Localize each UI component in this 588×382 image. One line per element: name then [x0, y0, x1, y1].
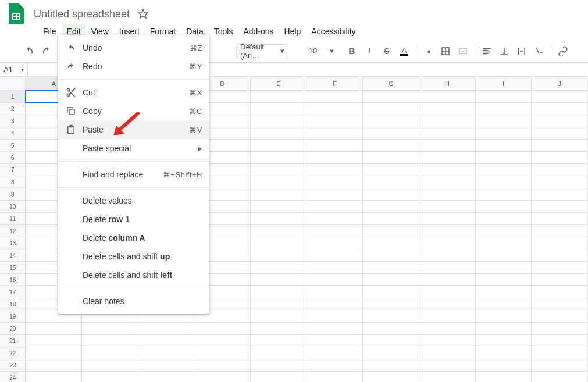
menu-item-delete-cells-and-shift-left[interactable]: Delete cells and shift left — [58, 266, 209, 284]
cell[interactable] — [363, 335, 419, 347]
cell[interactable] — [419, 335, 476, 347]
halign-icon[interactable] — [479, 43, 495, 59]
cell[interactable] — [363, 152, 419, 164]
cell[interactable] — [82, 347, 138, 359]
cell[interactable] — [251, 274, 307, 286]
cell[interactable] — [194, 347, 251, 359]
cell[interactable] — [532, 91, 588, 103]
cell[interactable] — [476, 310, 532, 323]
menu-file[interactable]: File — [38, 24, 61, 38]
row-header[interactable]: 9 — [0, 188, 26, 201]
cell[interactable] — [307, 262, 364, 274]
cell[interactable] — [363, 298, 419, 310]
row-header[interactable]: 1 — [0, 91, 26, 103]
cell[interactable] — [251, 262, 307, 274]
cell[interactable] — [476, 274, 532, 286]
cell[interactable] — [476, 152, 532, 164]
cell[interactable] — [476, 298, 532, 310]
cell[interactable] — [419, 298, 476, 310]
col-header[interactable]: F — [307, 77, 364, 91]
menu-item-find-and-replace[interactable]: Find and replace⌘+Shift+H — [58, 165, 209, 184]
cell[interactable] — [307, 103, 364, 115]
cell[interactable] — [251, 164, 307, 176]
cell[interactable] — [251, 152, 307, 164]
cell[interactable] — [476, 213, 532, 225]
borders-icon[interactable] — [437, 43, 454, 59]
menu-item-cut[interactable]: Cut⌘X — [58, 83, 209, 102]
cell[interactable] — [251, 103, 307, 115]
cell[interactable] — [307, 225, 364, 237]
row-header[interactable]: 17 — [0, 286, 26, 298]
cell[interactable] — [251, 201, 307, 213]
cell[interactable] — [82, 323, 138, 335]
col-header[interactable]: E — [251, 77, 307, 91]
cell[interactable] — [532, 115, 588, 127]
cell[interactable] — [532, 127, 588, 140]
row-header[interactable]: 6 — [0, 152, 26, 164]
cell[interactable] — [476, 249, 532, 262]
cell[interactable] — [307, 140, 364, 152]
cell[interactable] — [363, 115, 419, 127]
cell[interactable] — [82, 372, 138, 382]
row-header[interactable]: 19 — [0, 310, 26, 323]
cell[interactable] — [363, 176, 419, 188]
cell[interactable] — [476, 176, 532, 188]
cell[interactable] — [419, 115, 476, 127]
merge-icon[interactable] — [455, 43, 471, 59]
menu-item-redo[interactable]: Redo⌘Y — [58, 57, 209, 76]
cell[interactable] — [363, 103, 419, 115]
row-header[interactable]: 3 — [0, 115, 26, 127]
cell[interactable] — [363, 213, 419, 225]
cell[interactable] — [419, 262, 476, 274]
font-size-dropdown[interactable]: ▾ — [327, 43, 336, 59]
row-header[interactable]: 24 — [0, 372, 26, 382]
cell[interactable] — [307, 91, 364, 103]
cell[interactable] — [476, 347, 532, 359]
row-header[interactable]: 15 — [0, 262, 26, 274]
col-header[interactable]: G — [363, 77, 419, 91]
menu-item-delete-column-a[interactable]: Delete column A — [58, 229, 209, 247]
cell[interactable] — [307, 298, 364, 310]
cell[interactable] — [476, 103, 532, 115]
cell[interactable] — [138, 323, 195, 335]
cell[interactable] — [532, 140, 588, 152]
cell[interactable] — [138, 372, 195, 382]
cell[interactable] — [419, 152, 476, 164]
cell[interactable] — [307, 201, 364, 213]
cell[interactable] — [194, 335, 251, 347]
menu-item-paste-special[interactable]: Paste special▸ — [58, 139, 209, 158]
font-size[interactable]: 10 — [302, 47, 323, 55]
cell[interactable] — [419, 201, 476, 213]
menu-item-undo[interactable]: Undo⌘Z — [58, 38, 209, 57]
cell[interactable] — [363, 127, 419, 140]
cell[interactable] — [363, 372, 419, 382]
menu-item-delete-values[interactable]: Delete values — [58, 191, 209, 210]
cell[interactable] — [419, 359, 476, 372]
cell[interactable] — [532, 323, 588, 335]
link-icon[interactable] — [555, 43, 571, 59]
italic-icon[interactable]: I — [361, 43, 377, 59]
select-all-corner[interactable] — [0, 77, 26, 91]
cell[interactable] — [251, 372, 307, 382]
menu-item-clear-notes[interactable]: Clear notes — [58, 292, 209, 310]
cell[interactable] — [251, 286, 307, 298]
row-header[interactable]: 23 — [0, 359, 26, 372]
cell[interactable] — [363, 274, 419, 286]
cell[interactable] — [251, 335, 307, 347]
cell[interactable] — [363, 140, 419, 152]
cell[interactable] — [307, 323, 364, 335]
cell[interactable] — [476, 262, 532, 274]
cell[interactable] — [532, 335, 588, 347]
rotate-icon[interactable] — [531, 43, 547, 59]
row-header[interactable]: 5 — [0, 140, 26, 152]
cell[interactable] — [363, 225, 419, 237]
cell[interactable] — [419, 164, 476, 176]
cell[interactable] — [251, 188, 307, 201]
cell[interactable] — [532, 310, 588, 323]
cell[interactable] — [251, 225, 307, 237]
cell[interactable] — [307, 237, 364, 249]
row-header[interactable]: 4 — [0, 127, 26, 140]
cell[interactable] — [419, 213, 476, 225]
cell[interactable] — [138, 359, 195, 372]
cell[interactable] — [476, 201, 532, 213]
